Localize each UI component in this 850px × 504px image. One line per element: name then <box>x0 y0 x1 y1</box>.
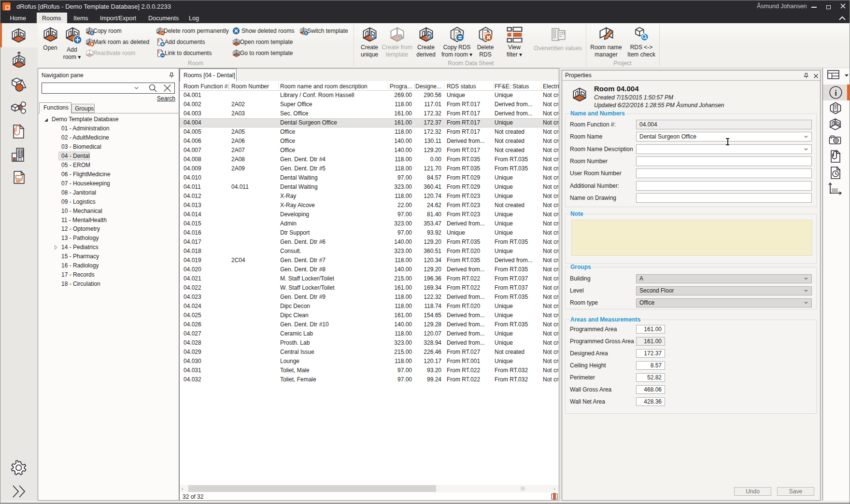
svg-text:i: i <box>835 88 837 98</box>
